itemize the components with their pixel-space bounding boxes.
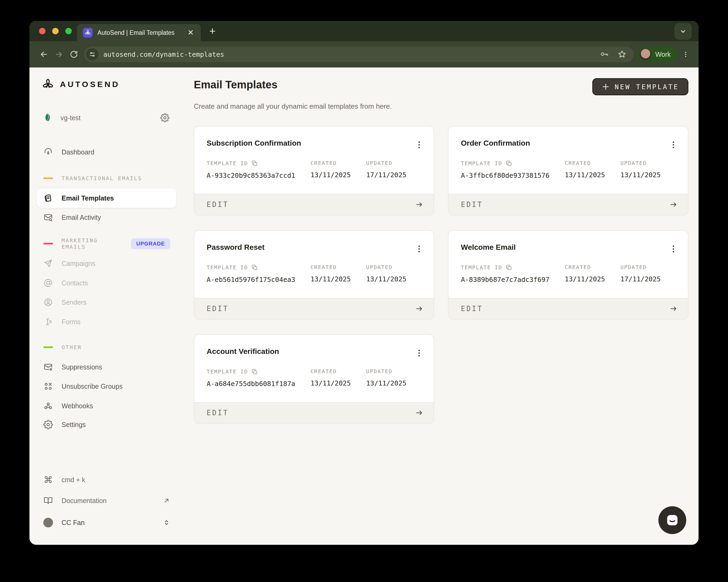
section-accent-dash [43,177,53,179]
form-input-icon [43,317,54,327]
edit-template-button[interactable]: EDIT [194,194,434,215]
template-id-value: A-8389b687e7c7adc3f697 [461,276,565,283]
page-subtitle: Create and manage all your dynamic email… [194,102,688,110]
browser-profile-chip[interactable]: Work [638,47,678,62]
edit-label: EDIT [207,305,229,313]
created-value: 13/11/2025 [310,275,366,283]
template-card: Password Reset TEMPLATE ID A-eb561d5976f… [194,230,434,320]
reload-button[interactable] [67,47,81,62]
chevron-down-icon [679,27,687,35]
sidebar-item-label: Unsubscribe Groups [61,383,123,390]
copy-icon[interactable] [505,264,512,271]
created-value: 13/11/2025 [565,275,620,283]
active-tab[interactable]: AutoSend | Email Templates ✕ [77,24,201,41]
updated-value: 13/11/2025 [620,171,661,179]
edit-template-button[interactable]: EDIT [194,298,434,319]
template-card: Subscription Confirmation TEMPLATE ID A-… [194,126,434,215]
toolbar-collapse-button[interactable] [674,23,692,40]
browser-menu-button[interactable] [680,47,692,62]
sidebar-item-documentation[interactable]: Documentation [37,493,176,508]
card-menu-button[interactable] [414,347,424,359]
sidebar-item-label: Contacts [61,279,88,287]
new-template-label: NEW TEMPLATE [615,83,679,91]
external-link-icon [163,497,170,504]
section-other: OTHER [37,343,176,352]
template-id-label: TEMPLATE ID [207,160,248,167]
account-switcher[interactable]: CC Fan [37,515,176,530]
sidebar-item-email-templates[interactable]: Email Templates [37,188,176,208]
sidebar-item-campaigns[interactable]: Campaigns [37,256,176,271]
copy-icon[interactable] [505,160,512,167]
mail-x-icon [43,362,54,372]
copy-icon[interactable] [251,160,258,167]
command-palette-shortcut[interactable]: ⌘ cmd + k [37,472,176,487]
user-circle-icon [43,297,54,308]
logo-text: AUTOSEND [60,80,120,89]
arrow-right-icon [415,304,423,313]
card-menu-button[interactable] [414,139,424,151]
updated-label: UPDATED [620,264,661,270]
sidebar-item-label: Senders [61,299,86,306]
sidebar-item-forms[interactable]: Forms [37,314,176,329]
new-tab-button[interactable]: + [209,26,215,36]
sidebar-item-suppressions[interactable]: Suppressions [37,359,176,375]
url-text[interactable]: autosend.com/dynamic-templates [103,51,224,58]
section-label: OTHER [61,344,82,350]
workspace-name: vg-test [60,114,152,122]
sidebar-item-dashboard[interactable]: Dashboard [37,145,176,159]
sidebar-item-settings[interactable]: Settings [37,417,176,432]
sidebar-item-unsubscribe-groups[interactable]: Unsubscribe Groups [37,379,176,394]
edit-template-button[interactable]: EDIT [448,194,688,215]
account-name: CC Fan [61,519,84,527]
url-bar[interactable]: autosend.com/dynamic-templates [84,47,634,62]
template-name: Password Reset [207,243,423,252]
sidebar-item-contacts[interactable]: Contacts [37,276,176,290]
command-key-icon: ⌘ [43,474,54,485]
close-window-button[interactable] [39,28,46,34]
back-button[interactable] [36,47,51,62]
edit-label: EDIT [461,305,483,313]
created-value: 13/11/2025 [565,171,620,179]
workspace-switcher[interactable]: vg-test [37,110,176,125]
workspace-settings-gear-icon[interactable] [159,112,170,123]
edit-template-button[interactable]: EDIT [194,402,434,423]
templates-grid: Subscription Confirmation TEMPLATE ID A-… [194,126,688,424]
zoom-window-button[interactable] [65,28,72,34]
card-menu-button[interactable] [668,243,679,255]
password-key-icon[interactable] [600,50,609,59]
sidebar-item-webhooks[interactable]: Webhooks [37,398,176,413]
bookmark-star-icon[interactable] [617,50,627,59]
new-template-button[interactable]: NEW TEMPLATE [592,78,688,95]
edit-template-button[interactable]: EDIT [448,298,688,319]
sidebar-item-email-activity[interactable]: Email Activity [37,210,176,225]
sidebar-item-label: Campaigns [61,260,95,268]
updated-label: UPDATED [366,264,407,270]
upgrade-badge[interactable]: UPGRADE [131,238,170,249]
template-id-value: A-3ffbc6f80de937381576 [461,172,565,179]
updated-value: 17/11/2025 [620,275,661,283]
section-label: MARKETING EMAILS [61,237,123,250]
chat-smile-icon [665,512,680,528]
forward-button[interactable] [51,47,67,62]
app-content: AUTOSEND vg-test Dashboard TRANSACT [29,68,699,545]
edit-label: EDIT [207,201,229,208]
created-label: CREATED [310,264,366,270]
gear-icon [43,419,54,430]
traffic-lights [39,28,72,34]
at-sign-icon [43,278,54,288]
main-panel: Email Templates NEW TEMPLATE Create and … [186,68,699,545]
autosend-favicon-icon [83,28,93,37]
minimize-window-button[interactable] [52,28,59,34]
chat-widget-button[interactable] [658,506,686,534]
site-settings-icon[interactable] [86,48,99,60]
copy-icon[interactable] [251,368,258,375]
card-menu-button[interactable] [668,139,679,151]
tab-close-icon[interactable]: ✕ [186,28,195,37]
sidebar-item-senders[interactable]: Senders [37,295,176,310]
created-value: 13/11/2025 [310,171,366,179]
copy-icon[interactable] [251,264,258,271]
updated-value: 13/11/2025 [366,379,407,387]
card-menu-button[interactable] [414,243,424,255]
browser-toolbar: autosend.com/dynamic-templates Work [29,41,699,68]
template-name: Welcome Email [461,243,677,252]
